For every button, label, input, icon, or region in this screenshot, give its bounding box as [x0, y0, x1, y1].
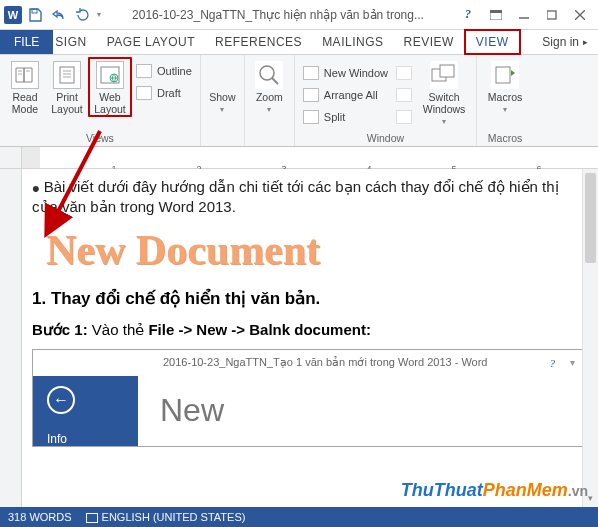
tab-references[interactable]: REFERENCES — [205, 30, 312, 54]
minimize-icon[interactable] — [510, 4, 538, 26]
svg-rect-4 — [547, 11, 556, 19]
arrange-all-button[interactable]: Arrange All — [303, 85, 388, 105]
draft-button[interactable]: Draft — [136, 83, 192, 103]
window-controls: ? — [454, 4, 594, 26]
title-bar: W ▾ 2016-10-23_NgaTTN_Thực hiện nhập văn… — [0, 0, 598, 30]
group-label-window: Window — [299, 131, 472, 146]
arrange-all-icon — [303, 88, 319, 102]
embedded-screenshot: 2016-10-23_NgaTTN_Tạo 1 văn bản mới tron… — [32, 349, 584, 447]
embedded-title: 2016-10-23_NgaTTN_Tạo 1 văn bản mới tron… — [101, 356, 550, 369]
read-mode-button[interactable]: Read Mode — [4, 57, 46, 115]
redo-icon[interactable] — [72, 4, 94, 26]
zoom-button[interactable]: Zoom ▾ — [249, 57, 290, 114]
tab-file[interactable]: FILE — [0, 30, 53, 54]
paragraph-intro: •Bài viết dưới đây hướng dẫn chi tiết tớ… — [32, 177, 584, 218]
window-title: 2016-10-23_NgaTTN_Thực hiện nhập văn bản… — [102, 8, 454, 22]
outline-button[interactable]: Outline — [136, 61, 192, 81]
group-window: New Window Arrange All Split Switch Wind… — [295, 55, 477, 146]
macros-button[interactable]: Macros ▾ — [481, 57, 529, 114]
heading-new-document: New Document — [46, 226, 584, 274]
group-show: Show ▾ — [201, 55, 245, 146]
heading-section-1: 1. Thay đổi chế độ hiển thị văn bản. — [32, 288, 584, 309]
new-window-button[interactable]: New Window — [303, 63, 388, 83]
document-area[interactable]: •Bài viết dưới đây hướng dẫn chi tiết tớ… — [0, 169, 598, 507]
svg-line-18 — [272, 78, 278, 84]
svg-rect-20 — [440, 65, 454, 77]
svg-rect-21 — [496, 67, 510, 83]
group-macros: Macros ▾ Macros — [477, 55, 533, 146]
reset-window-button[interactable] — [396, 107, 412, 127]
paragraph-step1: Bước 1: Vào thẻ File -> New -> Balnk doc… — [32, 321, 584, 339]
watermark-logo: ThuThuatPhanMem.vn — [401, 480, 588, 501]
help-icon[interactable]: ? — [454, 4, 482, 26]
reset-window-icon — [396, 110, 412, 124]
ribbon-tabs: FILE SIGN PAGE LAYOUT REFERENCES MAILING… — [0, 30, 598, 55]
sign-in-link[interactable]: Sign in▸ — [532, 30, 598, 54]
split-icon — [303, 110, 319, 124]
maximize-icon[interactable] — [538, 4, 566, 26]
embedded-backstage-nav: ← Info — [33, 376, 138, 446]
print-layout-icon — [53, 61, 81, 89]
vertical-scrollbar[interactable]: ▴ ▾ — [582, 169, 598, 507]
scrollbar-thumb[interactable] — [585, 173, 596, 263]
status-language[interactable]: ENGLISH (UNITED STATES) — [86, 511, 246, 523]
tab-view[interactable]: VIEW — [464, 29, 521, 55]
tab-mailings[interactable]: MAILINGS — [312, 30, 393, 54]
new-window-icon — [303, 66, 319, 80]
status-bar: 318 WORDS ENGLISH (UNITED STATES) — [0, 507, 598, 527]
ribbon-display-icon[interactable] — [482, 4, 510, 26]
svg-rect-10 — [60, 67, 74, 83]
ribbon: Read Mode Print Layout Web Layout Outlin… — [0, 55, 598, 147]
sync-scroll-icon — [396, 88, 412, 102]
outline-icon — [136, 64, 152, 78]
view-side-by-side-button[interactable] — [396, 63, 412, 83]
embedded-nav-info: Info — [47, 432, 67, 446]
tab-page-layout[interactable]: PAGE LAYOUT — [97, 30, 205, 54]
chevron-down-icon: ▾ — [503, 105, 507, 114]
close-icon[interactable] — [566, 4, 594, 26]
tab-design-partial[interactable]: SIGN — [53, 30, 96, 54]
group-label-macros: Macros — [481, 131, 529, 146]
tab-review[interactable]: REVIEW — [393, 30, 463, 54]
switch-windows-icon — [430, 61, 458, 89]
zoom-icon — [255, 61, 283, 89]
group-label-views: Views — [4, 131, 196, 146]
switch-windows-button[interactable]: Switch Windows ▾ — [416, 57, 472, 126]
chevron-down-icon: ▾ — [267, 105, 271, 114]
embedded-new-heading: New — [160, 392, 583, 429]
vertical-ruler[interactable] — [0, 169, 22, 507]
horizontal-ruler[interactable]: 1 2 3 4 5 6 — [0, 147, 598, 169]
web-layout-icon — [96, 61, 124, 89]
draft-icon — [136, 86, 152, 100]
print-layout-button[interactable]: Print Layout — [46, 57, 88, 115]
quick-access-toolbar: W ▾ — [4, 4, 102, 26]
undo-icon[interactable] — [48, 4, 70, 26]
status-word-count[interactable]: 318 WORDS — [8, 511, 72, 523]
group-zoom: Zoom ▾ — [245, 55, 295, 146]
ruler-corner — [0, 147, 22, 168]
web-layout-button[interactable]: Web Layout — [88, 57, 132, 117]
chevron-down-icon: ▾ — [220, 105, 224, 114]
word-app-icon[interactable]: W — [4, 6, 22, 24]
sync-scroll-button[interactable] — [396, 85, 412, 105]
svg-rect-2 — [490, 10, 502, 13]
read-mode-icon — [11, 61, 39, 89]
svg-point-17 — [260, 66, 274, 80]
back-arrow-icon: ← — [47, 386, 75, 414]
side-by-side-icon — [396, 66, 412, 80]
show-button[interactable]: Show ▾ — [205, 57, 240, 114]
embedded-titlebar: 2016-10-23_NgaTTN_Tạo 1 văn bản mới tron… — [33, 350, 583, 376]
save-icon[interactable] — [24, 4, 46, 26]
split-button[interactable]: Split — [303, 107, 388, 127]
macros-icon — [491, 61, 519, 89]
chevron-down-icon: ▾ — [442, 117, 446, 126]
group-views: Read Mode Print Layout Web Layout Outlin… — [0, 55, 201, 146]
